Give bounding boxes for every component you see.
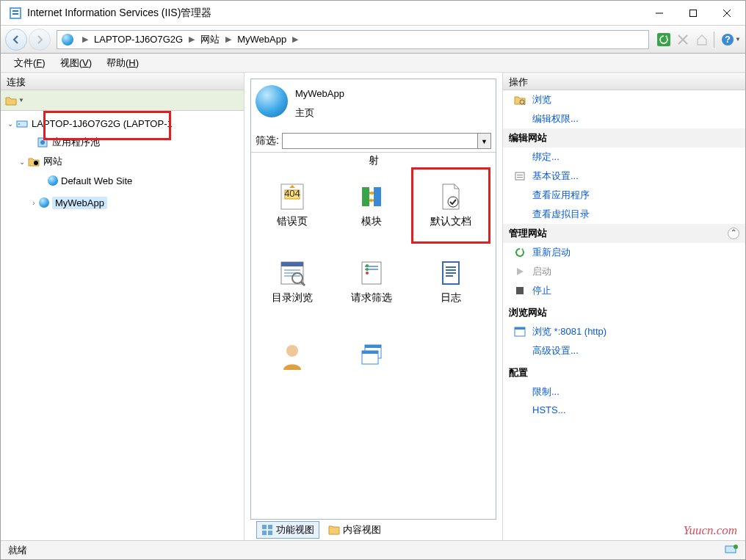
filter-icon [358,259,385,287]
collapse-icon[interactable]: ⌃ [728,228,739,239]
tab-features-view[interactable]: 功能视图 [256,521,319,539]
tree-label: 应用程序池 [52,136,100,149]
feature-clipped-2[interactable] [332,320,411,396]
status-bar: 就绪 [1,540,745,559]
svg-rect-41 [362,351,378,354]
feature-request-filtering[interactable]: 请求筛选 [332,244,411,320]
help-button[interactable]: ? [719,31,736,48]
breadcrumb-host[interactable]: LAPTOP-1J6O7G2G [93,34,184,45]
stop-button[interactable] [674,31,692,48]
svg-rect-44 [262,531,267,535]
action-edit-permissions[interactable]: 编辑权限... [503,109,745,128]
folder-icon[interactable] [5,95,17,106]
svg-rect-39 [365,345,381,348]
breadcrumb-app[interactable]: MyWebApp [236,34,288,45]
globe-icon [62,34,73,46]
tree-app-pools[interactable]: 应用程序池 [5,133,244,152]
svg-rect-33 [446,266,456,268]
action-stop[interactable]: 停止 [503,281,745,300]
tree-server-node[interactable]: ⌄ LAPTOP-1J6O7G2G (LAPTOP-1 [5,114,244,133]
status-icon [725,544,738,556]
window-stack-icon [358,342,385,370]
feature-modules[interactable]: 模块 [332,167,411,244]
directory-icon [278,259,306,287]
svg-rect-21 [284,269,300,271]
action-start[interactable]: 启动 [503,262,745,281]
feature-clipped-1[interactable] [253,320,332,396]
tree-label: LAPTOP-1J6O7G2G (LAPTOP-1 [32,118,173,129]
feature-logging[interactable]: 日志 [411,244,490,320]
actions-header: 操作 [503,73,745,90]
browse-icon [513,325,526,338]
svg-rect-49 [517,177,523,178]
tab-content-view[interactable]: 内容视图 [324,522,385,538]
menu-file[interactable]: 文件(F) [7,54,53,72]
collapse-icon[interactable]: ⌄ [17,158,27,166]
modules-icon [358,183,385,211]
svg-point-30 [366,272,369,274]
svg-rect-34 [446,269,456,271]
action-explore[interactable]: 浏览 [503,90,745,109]
menu-help[interactable]: 帮助(H) [99,54,146,72]
globe-icon [39,197,49,208]
sites-icon [27,155,40,168]
content-panel: MyWebApp主页 筛选: ▼ 射 404 错误页 模块 [245,73,503,540]
minimize-button[interactable] [642,2,676,24]
action-view-vdirs[interactable]: 查看虚拟目录 [503,205,745,224]
feature-default-document[interactable]: 默认文档 [411,167,490,244]
tree-sites-node[interactable]: ⌄ 网站 [5,152,244,171]
maximize-button[interactable] [676,2,710,24]
tree-label: MyWebApp [52,197,107,209]
svg-point-9 [18,123,20,125]
svg-rect-17 [374,187,381,206]
action-restart[interactable]: 重新启动 [503,243,745,262]
svg-rect-35 [446,272,456,274]
play-icon [513,265,526,278]
breadcrumb-sites[interactable]: 网站 [199,33,221,46]
svg-point-54 [734,545,738,549]
actions-panel: 操作 浏览 编辑权限... 编辑网站 绑定... 基本设置... 查看应用程序 [503,73,745,540]
workspace: 连接 ▼ ⌄ LAPTOP-1J6O7G2G (LAPTOP-1 应用程序池 ⌄… [1,73,745,540]
action-advanced-settings[interactable]: 高级设置... [503,341,745,360]
explore-icon [513,93,526,106]
collapse-icon[interactable]: ⌄ [5,120,15,128]
home-button[interactable] [693,31,711,48]
separator [714,32,714,48]
expand-icon[interactable]: › [29,199,39,207]
filter-input[interactable] [282,133,478,149]
svg-rect-42 [262,525,267,529]
dropdown-icon[interactable]: ▼ [18,97,24,103]
menu-view[interactable]: 视图(V) [53,54,99,72]
titlebar: Internet Information Services (IIS)管理器 [1,1,745,26]
title-app: MyWebApp [295,88,344,99]
action-bindings[interactable]: 绑定... [503,148,745,167]
globe-icon [48,175,58,186]
section-config: 配置 [503,360,745,382]
action-view-apps[interactable]: 查看应用程序 [503,186,745,205]
dropdown-icon[interactable]: ▼ [735,36,741,43]
tree-mywebapp[interactable]: › MyWebApp [5,190,244,215]
refresh-button[interactable] [655,31,673,48]
grid-icon [261,524,273,536]
forward-button[interactable] [29,29,51,51]
close-button[interactable] [710,2,744,24]
svg-rect-48 [517,175,523,175]
filter-dropdown[interactable]: ▼ [478,133,491,149]
tree-default-site[interactable]: Default Web Site [5,171,244,190]
feature-error-pages[interactable]: 404 错误页 [253,167,332,244]
action-limits[interactable]: 限制... [503,382,745,401]
menu-bar: 文件(F) 视图(V) 帮助(H) [1,54,745,73]
svg-rect-3 [12,13,18,15]
action-browse-port[interactable]: 浏览 *:8081 (http) [503,322,745,341]
app-icon [10,7,21,19]
action-basic-settings[interactable]: 基本设置... [503,167,745,186]
connections-tree: ⌄ LAPTOP-1J6O7G2G (LAPTOP-1 应用程序池 ⌄ 网站 D… [1,111,244,540]
svg-rect-16 [362,187,369,206]
back-button[interactable] [5,29,27,51]
breadcrumb[interactable]: ▶ LAPTOP-1J6O7G2G ▶ 网站 ▶ MyWebApp ▶ [57,30,649,49]
feature-directory-browsing[interactable]: 目录浏览 [253,244,332,320]
svg-rect-47 [515,172,524,180]
svg-rect-4 [690,10,697,16]
pool-icon [36,136,49,149]
action-hsts[interactable]: HSTS... [503,401,745,418]
